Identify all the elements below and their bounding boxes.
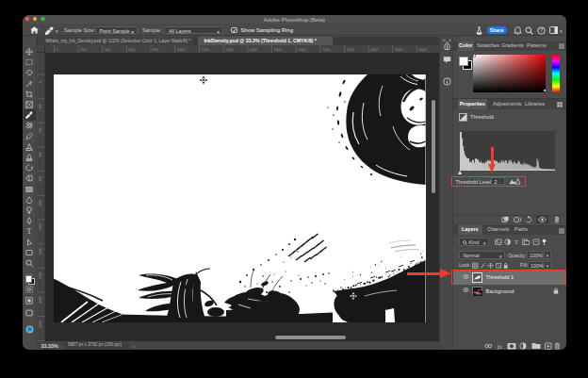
svg-text:?: ?: [539, 27, 542, 33]
svg-text:800: 800: [39, 176, 42, 182]
svg-text:1000: 1000: [39, 199, 42, 206]
svg-text:1800: 1800: [39, 296, 42, 304]
svg-text:fx: fx: [498, 342, 502, 349]
svg-text:1200: 1200: [39, 223, 42, 231]
svg-text:0: 0: [39, 81, 42, 83]
svg-text:400: 400: [104, 47, 109, 51]
svg-text:1400: 1400: [39, 248, 42, 255]
svg-text:1800: 1800: [273, 47, 281, 51]
svg-text:400: 400: [39, 127, 42, 133]
svg-text:2800: 2800: [394, 47, 401, 51]
svg-text:200: 200: [39, 104, 42, 109]
svg-text:T: T: [27, 227, 32, 235]
svg-text:800: 800: [153, 47, 158, 51]
svg-text:1600: 1600: [39, 271, 42, 279]
svg-text:2000: 2000: [39, 320, 42, 328]
svg-text:T: T: [514, 238, 519, 245]
svg-text:200: 200: [80, 47, 86, 51]
svg-text:600: 600: [128, 47, 134, 51]
svg-text:600: 600: [39, 152, 42, 157]
svg-text:0: 0: [56, 47, 57, 51]
